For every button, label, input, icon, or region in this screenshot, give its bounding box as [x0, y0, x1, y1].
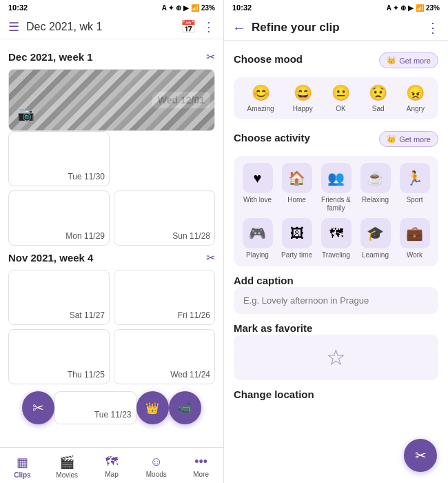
work-label: Work	[407, 251, 422, 259]
favorite-section: Mark as favorite ☆	[234, 322, 438, 380]
location-title: Change location	[234, 388, 314, 400]
activity-home[interactable]: 🏠 Home	[279, 163, 315, 213]
date-nov24: Wed 11/24	[170, 370, 210, 379]
mood-title: Choose mood	[234, 53, 303, 65]
sport-label: Sport	[407, 196, 423, 204]
learning-icon: 🎓	[360, 218, 391, 248]
more-icon-left[interactable]: ⋮	[203, 19, 215, 34]
nav-movies[interactable]: 🎬 Movies	[45, 452, 90, 482]
mood-ok[interactable]: 😐 OK	[332, 84, 350, 112]
movies-label: Movies	[56, 471, 78, 479]
featured-clip[interactable]: 📷 Wed 12/01	[8, 69, 215, 131]
clip-cell-nov29[interactable]: Mon 11/29	[8, 190, 110, 246]
video-fab[interactable]: 📹	[169, 391, 201, 424]
clip-calendar-icon: 📷	[17, 106, 34, 122]
week-title-nov: Nov 2021, week 4	[8, 252, 93, 264]
clip-cell-nov28[interactable]: Sun 11/28	[114, 190, 215, 246]
movies-icon: 🎬	[59, 455, 74, 470]
with-love-label: With love	[243, 196, 272, 204]
status-icons-left: A ✦ ⊕ ▶ 📶 23%	[162, 4, 215, 12]
mood-amazing[interactable]: 😊 Amazing	[247, 84, 274, 112]
map-icon: 🗺	[105, 455, 118, 469]
scissor-icon-dec[interactable]: ✂	[206, 50, 215, 63]
clip-cell-nov23[interactable]: Tue 11/23	[54, 391, 136, 424]
back-button[interactable]: ←	[232, 20, 246, 36]
activity-row-2: 🎮 Playing 🖼 Party time 🗺 Traveling 🎓 Lea…	[238, 218, 434, 259]
scissors-fab-left[interactable]: ✂	[22, 391, 54, 424]
more-icon-right[interactable]: ⋮	[426, 19, 440, 36]
activity-friends-family[interactable]: 👥 Friends & family	[318, 163, 354, 213]
amazing-label: Amazing	[247, 105, 274, 112]
nav-moods[interactable]: ☺ Moods	[134, 452, 179, 482]
date-nov23: Tue 11/23	[94, 410, 132, 420]
nav-clips[interactable]: ▦ Clips	[0, 452, 45, 482]
activity-work[interactable]: 💼 Work	[397, 218, 433, 259]
time-left: 10:32	[8, 3, 28, 12]
mood-happy[interactable]: 😄 Happy	[293, 84, 313, 112]
relaxing-label: Relaxing	[362, 196, 389, 204]
scissor-icon-nov[interactable]: ✂	[206, 251, 215, 264]
activity-party-time[interactable]: 🖼 Party time	[279, 218, 315, 259]
ok-label: OK	[336, 105, 345, 112]
clip-cell-nov25[interactable]: Thu 11/25	[8, 329, 110, 384]
playing-icon: 🎮	[243, 218, 273, 248]
clip-grid-dec2: Mon 11/29 Sun 11/28	[8, 190, 215, 246]
right-toolbar: ← Refine your clip ⋮	[224, 15, 448, 41]
clip-cell-nov26[interactable]: Fri 11/26	[114, 270, 215, 325]
activity-relaxing[interactable]: ☕ Relaxing	[358, 163, 394, 213]
date-nov29: Mon 11/29	[65, 231, 105, 241]
party-time-icon: 🖼	[282, 218, 312, 248]
date-nov27: Sat 11/27	[70, 310, 105, 320]
calendar-icon[interactable]: 📅	[181, 19, 196, 34]
ok-emoji: 😐	[332, 84, 350, 102]
clip-cell-nov30[interactable]: Tue 11/30	[8, 131, 110, 186]
star-icon: ☆	[326, 344, 346, 371]
with-love-icon: ♥	[243, 163, 273, 193]
clip-grid-nov2: Thu 11/25 Wed 11/24	[8, 329, 215, 384]
mood-sad[interactable]: 😟 Sad	[369, 84, 387, 112]
happy-emoji: 😄	[294, 84, 312, 102]
status-bar-left: 10:32 A ✦ ⊕ ▶ 📶 23%	[0, 0, 223, 15]
bottom-nav: ▦ Clips 🎬 Movies 🗺 Map ☺ Moods ••• More	[0, 447, 223, 483]
activity-title: Choose activity	[234, 132, 310, 144]
activity-section-header: Choose activity 👑 Get more	[234, 128, 438, 150]
activity-sport[interactable]: 🏃 Sport	[397, 163, 433, 213]
week-header-dec: Dec 2021, week 1 ✂	[8, 50, 215, 63]
left-panel: 10:32 A ✦ ⊕ ▶ 📶 23% ☰ Dec 2021, wk 1 📅 ⋮…	[0, 0, 224, 483]
menu-icon[interactable]: ☰	[8, 19, 19, 34]
mood-angry[interactable]: 😠 Angry	[406, 84, 425, 112]
activity-get-more-label: Get more	[399, 135, 431, 144]
more-label: More	[193, 471, 209, 478]
mood-section-header: Choose mood 👑 Get more	[234, 49, 438, 72]
scissors-fab-right[interactable]: ✂	[404, 439, 437, 472]
activity-get-more-button[interactable]: 👑 Get more	[379, 131, 438, 147]
clip-cell-nov24[interactable]: Wed 11/24	[114, 329, 215, 384]
crown-fab[interactable]: 👑	[136, 391, 169, 424]
activity-grid: ♥ With love 🏠 Home 👥 Friends & family ☕ …	[234, 156, 438, 266]
relaxing-icon: ☕	[360, 163, 391, 193]
moods-icon: ☺	[150, 455, 163, 469]
caption-input[interactable]	[234, 287, 438, 314]
angry-label: Angry	[407, 105, 425, 112]
crown-icon-mood: 👑	[387, 56, 396, 65]
activity-traveling[interactable]: 🗺 Traveling	[318, 218, 354, 259]
clips-icon: ▦	[17, 455, 28, 470]
status-icons-right: A ✦ ⊕ ▶ 📶 23%	[387, 4, 440, 12]
caption-section: Add caption	[234, 275, 438, 314]
friends-family-label: Friends & family	[318, 196, 354, 213]
location-section: Change location	[234, 388, 438, 401]
activity-learning[interactable]: 🎓 Learning	[358, 218, 394, 259]
favorite-star-container[interactable]: ☆	[234, 335, 438, 380]
week-header-nov: Nov 2021, week 4 ✂	[8, 251, 215, 264]
activity-playing[interactable]: 🎮 Playing	[240, 218, 276, 259]
nav-more[interactable]: ••• More	[179, 452, 223, 482]
toolbar-left: ☰ Dec 2021, wk 1 📅 ⋮	[0, 15, 223, 39]
activity-with-love[interactable]: ♥ With love	[240, 163, 276, 213]
happy-label: Happy	[293, 105, 313, 112]
week-title-dec: Dec 2021, week 1	[8, 51, 93, 63]
clip-cell-nov27[interactable]: Sat 11/27	[8, 270, 110, 325]
time-right: 10:32	[232, 3, 252, 12]
mood-get-more-button[interactable]: 👑 Get more	[379, 52, 438, 68]
nav-map[interactable]: 🗺 Map	[90, 452, 134, 482]
playing-label: Playing	[246, 251, 269, 259]
